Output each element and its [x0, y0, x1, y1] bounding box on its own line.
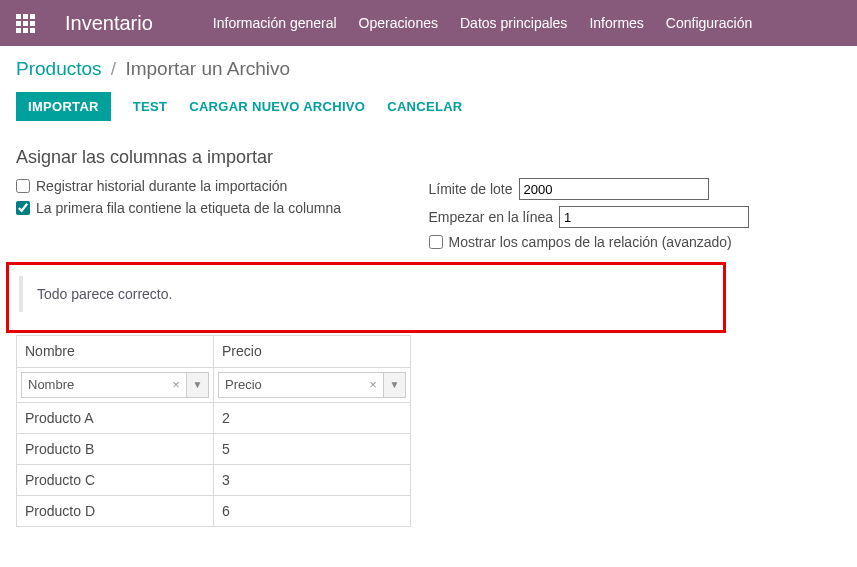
table-row: Producto A 2 [17, 402, 411, 433]
cancelar-button[interactable]: CANCELAR [387, 99, 462, 114]
track-history-label[interactable]: Registrar historial durante la importaci… [36, 178, 287, 194]
topnav: Información general Operaciones Datos pr… [213, 15, 752, 31]
cell-precio: 6 [214, 495, 411, 526]
cell-precio: 2 [214, 402, 411, 433]
table-row: Producto D 6 [17, 495, 411, 526]
test-button[interactable]: TEST [133, 99, 167, 114]
start-line-label: Empezar en la línea [429, 209, 554, 225]
app-title: Inventario [65, 12, 153, 35]
column-mapping-precio[interactable]: Precio × ▼ [218, 372, 406, 398]
toolbar: IMPORTAR TEST CARGAR NUEVO ARCHIVO CANCE… [16, 92, 841, 121]
importar-button[interactable]: IMPORTAR [16, 92, 111, 121]
column-mapping-nombre[interactable]: Nombre × ▼ [21, 372, 209, 398]
track-history-checkbox[interactable] [16, 179, 30, 193]
clear-icon[interactable]: × [166, 377, 186, 392]
first-row-header-checkbox[interactable] [16, 201, 30, 215]
section-title: Asignar las columnas a importar [16, 147, 841, 168]
mapping-value: Precio [219, 377, 363, 392]
lot-limit-input[interactable] [519, 178, 709, 200]
start-line-input[interactable] [559, 206, 749, 228]
nav-item-operaciones[interactable]: Operaciones [359, 15, 438, 31]
status-highlight: Todo parece correcto. [6, 262, 726, 333]
chevron-down-icon[interactable]: ▼ [186, 373, 208, 397]
table-header-precio: Precio [214, 336, 411, 367]
table-row: Producto B 5 [17, 433, 411, 464]
cell-nombre: Producto A [17, 402, 214, 433]
import-preview-table: Nombre Precio Nombre × ▼ Precio [16, 335, 411, 527]
nav-item-informes[interactable]: Informes [589, 15, 643, 31]
breadcrumb: Productos / Importar un Archivo [16, 58, 841, 80]
clear-icon[interactable]: × [363, 377, 383, 392]
cell-nombre: Producto D [17, 495, 214, 526]
mapping-value: Nombre [22, 377, 166, 392]
table-header-nombre: Nombre [17, 336, 214, 367]
cargar-nuevo-archivo-button[interactable]: CARGAR NUEVO ARCHIVO [189, 99, 365, 114]
breadcrumb-productos[interactable]: Productos [16, 58, 102, 79]
first-row-header-label[interactable]: La primera fila contiene la etiqueta de … [36, 200, 341, 216]
breadcrumb-sep: / [111, 58, 116, 79]
nav-item-datos-principales[interactable]: Datos principales [460, 15, 567, 31]
breadcrumb-current: Importar un Archivo [125, 58, 290, 79]
apps-menu-icon[interactable] [16, 14, 35, 33]
chevron-down-icon[interactable]: ▼ [383, 373, 405, 397]
cell-precio: 5 [214, 433, 411, 464]
lot-limit-label: Límite de lote [429, 181, 513, 197]
nav-item-informacion-general[interactable]: Información general [213, 15, 337, 31]
cell-nombre: Producto C [17, 464, 214, 495]
show-relation-fields-label[interactable]: Mostrar los campos de la relación (avanz… [449, 234, 732, 250]
nav-item-configuracion[interactable]: Configuración [666, 15, 752, 31]
topbar: Inventario Información general Operacion… [0, 0, 857, 46]
cell-nombre: Producto B [17, 433, 214, 464]
status-message: Todo parece correcto. [19, 276, 711, 312]
show-relation-fields-checkbox[interactable] [429, 235, 443, 249]
cell-precio: 3 [214, 464, 411, 495]
table-row: Producto C 3 [17, 464, 411, 495]
